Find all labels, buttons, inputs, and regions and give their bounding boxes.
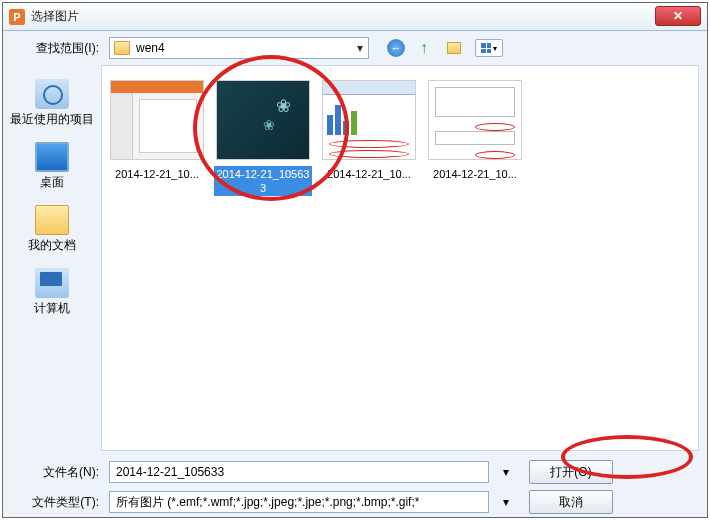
window-title: 选择图片 bbox=[31, 8, 655, 25]
file-name: 2014-12-21_10... bbox=[431, 166, 519, 182]
filetype-combobox[interactable]: 所有图片 (*.emf;*.wmf;*.jpg;*.jpeg;*.jpe;*.p… bbox=[109, 491, 489, 513]
recent-icon bbox=[35, 79, 69, 109]
place-label: 最近使用的项目 bbox=[10, 111, 94, 128]
bottom-panel: 文件名(N): 2014-12-21_105633 ▾ 打开(O) 文件类型(T… bbox=[3, 451, 707, 517]
app-icon: P bbox=[9, 9, 25, 25]
filename-dropdown-icon[interactable]: ▾ bbox=[499, 465, 513, 479]
cancel-button[interactable]: 取消 bbox=[529, 490, 613, 514]
close-button[interactable]: ✕ bbox=[655, 6, 701, 26]
dialog-body: 最近使用的项目 桌面 我的文档 计算机 2014-12 bbox=[3, 65, 707, 451]
thumbnail bbox=[322, 80, 416, 160]
place-label: 桌面 bbox=[40, 174, 64, 191]
documents-icon bbox=[35, 205, 69, 235]
look-in-label: 查找范围(I): bbox=[17, 40, 99, 57]
filetype-dropdown-icon[interactable]: ▾ bbox=[499, 495, 513, 509]
places-bar: 最近使用的项目 桌面 我的文档 计算机 bbox=[3, 65, 101, 451]
thumbnail bbox=[216, 80, 310, 160]
computer-icon bbox=[35, 268, 69, 298]
titlebar: P 选择图片 ✕ bbox=[3, 3, 707, 31]
nav-icons: ← ↑ ▾ bbox=[387, 39, 503, 57]
path-dropdown-icon[interactable]: ▾ bbox=[352, 41, 368, 55]
open-image-dialog: P 选择图片 ✕ 查找范围(I): wen4 ▾ ← ↑ ▾ 最近使用的项目 bbox=[2, 2, 708, 518]
thumbnail bbox=[428, 80, 522, 160]
filename-input[interactable]: 2014-12-21_105633 bbox=[109, 461, 489, 483]
toolbar: 查找范围(I): wen4 ▾ ← ↑ ▾ bbox=[3, 31, 707, 65]
place-recent[interactable]: 最近使用的项目 bbox=[3, 75, 101, 132]
view-menu-button[interactable]: ▾ bbox=[475, 39, 503, 57]
open-button[interactable]: 打开(O) bbox=[529, 460, 613, 484]
file-name: 2014-12-21_105633 bbox=[214, 166, 312, 196]
folder-icon bbox=[114, 41, 130, 55]
file-item[interactable]: 2014-12-21_10... bbox=[106, 76, 208, 200]
filetype-label: 文件类型(T): bbox=[17, 494, 99, 511]
new-folder-button[interactable] bbox=[443, 39, 465, 57]
path-text: wen4 bbox=[134, 41, 352, 55]
file-item[interactable]: 2014-12-21_10... bbox=[318, 76, 420, 200]
file-item[interactable]: 2014-12-21_10... bbox=[424, 76, 526, 200]
thumbnail bbox=[110, 80, 204, 160]
back-button[interactable]: ← bbox=[387, 39, 405, 57]
up-one-level-button[interactable]: ↑ bbox=[415, 39, 433, 57]
place-documents[interactable]: 我的文档 bbox=[3, 201, 101, 258]
path-combobox[interactable]: wen4 ▾ bbox=[109, 37, 369, 59]
file-list-pane[interactable]: 2014-12-21_10... 2014-12-21_105633 bbox=[101, 65, 699, 451]
file-name: 2014-12-21_10... bbox=[113, 166, 201, 182]
place-computer[interactable]: 计算机 bbox=[3, 264, 101, 321]
place-desktop[interactable]: 桌面 bbox=[3, 138, 101, 195]
thumbnail-row: 2014-12-21_10... 2014-12-21_105633 bbox=[102, 66, 698, 210]
place-label: 计算机 bbox=[34, 300, 70, 317]
file-item-selected[interactable]: 2014-12-21_105633 bbox=[212, 76, 314, 200]
file-name: 2014-12-21_10... bbox=[325, 166, 413, 182]
desktop-icon bbox=[35, 142, 69, 172]
place-label: 我的文档 bbox=[28, 237, 76, 254]
filename-label: 文件名(N): bbox=[17, 464, 99, 481]
